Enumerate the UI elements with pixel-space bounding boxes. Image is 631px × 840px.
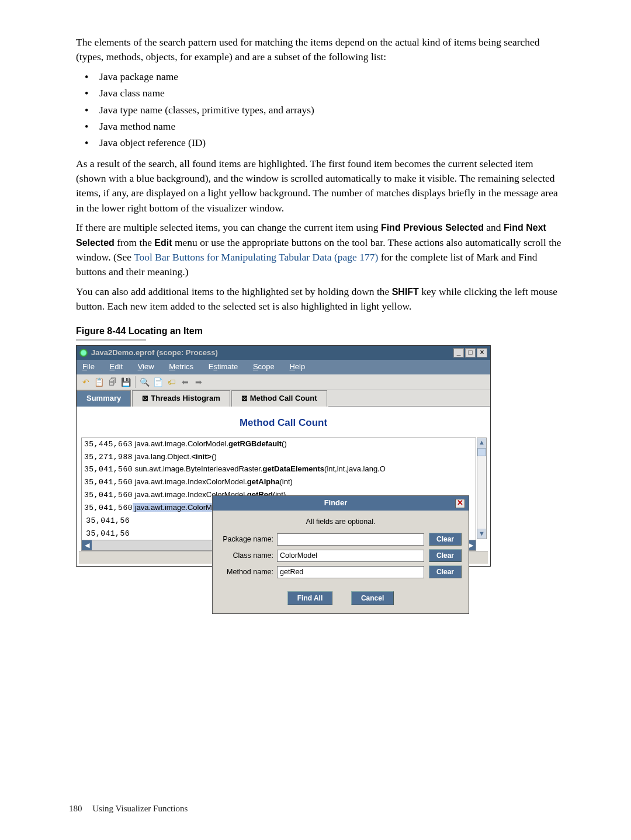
finder-close-button[interactable]: ✕ bbox=[455, 499, 465, 508]
method-name-label: Method name: bbox=[220, 567, 277, 577]
package-name-input[interactable] bbox=[277, 533, 424, 546]
toolbar: ↶ 📋 🗐 💾 🔍 📄 🏷 ⬅ ➡ bbox=[77, 374, 490, 390]
menu-estimate[interactable]: Estimate bbox=[209, 362, 238, 373]
shift-paragraph: You can also add additional items to the… bbox=[76, 284, 562, 314]
menu-scope[interactable]: Scope bbox=[253, 362, 275, 373]
tab-threads-histogram[interactable]: ⊠Threads Histogram bbox=[132, 390, 230, 407]
menu-view[interactable]: View bbox=[138, 362, 154, 373]
clear-method-button[interactable]: Clear bbox=[429, 565, 462, 578]
menu-bar: File Edit View Metrics Estimate Scope He… bbox=[77, 360, 490, 374]
list-item: Java class name bbox=[76, 86, 562, 100]
content-area: Method Call Count 35,445,663 java.awt.im… bbox=[77, 407, 490, 566]
finder-hint: All fields are optional. bbox=[220, 516, 462, 527]
finder-titlebar: Finder ✕ bbox=[213, 496, 469, 511]
zoom-icon[interactable]: 🔍 bbox=[139, 377, 150, 388]
list-item: Java method name bbox=[76, 119, 562, 134]
undo-icon[interactable]: ↶ bbox=[80, 377, 91, 388]
scroll-down-icon[interactable]: ▼ bbox=[477, 529, 486, 539]
scroll-left-icon[interactable]: ◀ bbox=[82, 540, 92, 550]
menu-help[interactable]: Help bbox=[289, 362, 305, 373]
menu-edit[interactable]: Edit bbox=[110, 362, 123, 373]
intro-paragraph: The elements of the search pattern used … bbox=[76, 35, 562, 65]
class-name-input[interactable] bbox=[277, 550, 424, 562]
find-all-button[interactable]: Find All bbox=[287, 591, 333, 605]
visualizer-window: Java2Demo.eprof (scope: Process) _ □ × F… bbox=[76, 345, 491, 567]
maximize-button[interactable]: □ bbox=[465, 348, 476, 357]
page-footer: 180 Using Visualizer Functions bbox=[69, 803, 188, 815]
footer-section: Using Visualizer Functions bbox=[92, 804, 188, 813]
table-row: 35,041,560 sun.awt.image.ByteInterleaved… bbox=[82, 463, 476, 476]
window-titlebar: Java2Demo.eprof (scope: Process) _ □ × bbox=[77, 346, 490, 360]
save-icon[interactable]: 💾 bbox=[120, 377, 131, 388]
page-number: 180 bbox=[69, 804, 82, 813]
figure-caption: Figure 8-44 Locating an Item bbox=[76, 324, 562, 338]
table-row: 35,041,560 java.awt.image.IndexColorMode… bbox=[82, 476, 476, 489]
package-name-label: Package name: bbox=[220, 534, 277, 544]
list-item: Java type name (classes, primitive types… bbox=[76, 103, 562, 117]
finder-dialog: Finder ✕ All fields are optional. Packag… bbox=[212, 495, 469, 614]
copy-icon[interactable]: 🗐 bbox=[107, 377, 118, 388]
method-name-input[interactable] bbox=[277, 566, 424, 578]
tab-summary[interactable]: Summary bbox=[77, 390, 131, 407]
table-row: 35,271,988 java.lang.Object.<init>() bbox=[82, 451, 476, 464]
finder-title-text: Finder bbox=[216, 498, 455, 509]
table-row: 35,445,663 java.awt.image.ColorModel.get… bbox=[82, 438, 476, 451]
list-item: Java object reference (ID) bbox=[76, 136, 562, 150]
clear-class-button[interactable]: Clear bbox=[429, 549, 462, 562]
tab-method-call-count[interactable]: ⊠Method Call Count bbox=[231, 390, 327, 407]
list-item: Java package name bbox=[76, 70, 562, 84]
vertical-scrollbar[interactable]: ▲ ▼ bbox=[477, 438, 487, 540]
result-paragraph: As a result of the search, all found ite… bbox=[76, 157, 562, 216]
tab-row: Summary ⊠Threads Histogram ⊠Method Call … bbox=[77, 390, 490, 407]
toolbar-separator bbox=[135, 376, 136, 388]
toolbar-link[interactable]: Tool Bar Buttons for Manipulating Tabula… bbox=[134, 251, 378, 263]
navigate-paragraph: If there are multiple selected items, yo… bbox=[76, 220, 562, 280]
close-button[interactable]: × bbox=[477, 348, 487, 357]
minimize-button[interactable]: _ bbox=[453, 348, 464, 357]
clear-package-button[interactable]: Clear bbox=[429, 533, 462, 546]
class-name-label: Class name: bbox=[220, 550, 277, 561]
nav-forward-icon[interactable]: ➡ bbox=[193, 377, 204, 388]
search-elements-list: Java package name Java class name Java t… bbox=[76, 70, 562, 151]
nav-back-icon[interactable]: ⬅ bbox=[179, 377, 190, 388]
app-icon bbox=[79, 349, 88, 357]
tag-icon[interactable]: 🏷 bbox=[166, 377, 177, 388]
panel-title: Method Call Count bbox=[79, 416, 488, 431]
clipboard-icon[interactable]: 📋 bbox=[93, 377, 105, 388]
menu-file[interactable]: File bbox=[82, 362, 95, 373]
document-icon[interactable]: 📄 bbox=[152, 377, 164, 388]
menu-metrics[interactable]: Metrics bbox=[169, 362, 193, 373]
scroll-up-icon[interactable]: ▲ bbox=[477, 438, 486, 448]
cancel-button[interactable]: Cancel bbox=[351, 591, 394, 605]
window-title: Java2Demo.eprof (scope: Process) bbox=[91, 348, 453, 359]
caption-underline bbox=[76, 339, 146, 341]
